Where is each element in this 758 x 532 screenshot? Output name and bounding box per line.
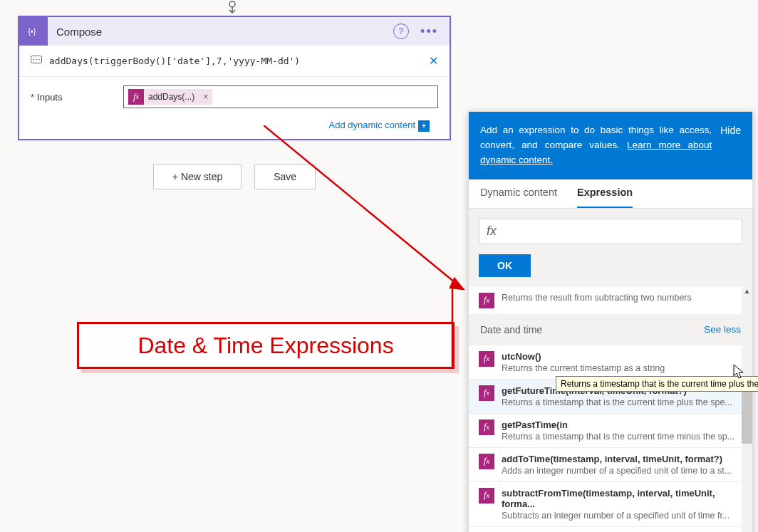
svg-point-4 (36, 59, 37, 61)
svg-text:{•}: {•} (28, 27, 36, 36)
tooltip: Returns a timestamp that is the current … (556, 376, 758, 392)
compose-title: Compose (48, 26, 393, 38)
save-button[interactable]: Save (254, 164, 316, 189)
ok-button[interactable]: OK (479, 254, 531, 277)
close-icon[interactable]: ✕ (429, 54, 438, 68)
fx-icon: fx (128, 89, 144, 105)
scrollbar-thumb[interactable] (742, 387, 752, 444)
help-icon[interactable]: ? (393, 24, 409, 39)
expression-function-list: fx Returns the result from subtracting t… (469, 287, 752, 532)
fn-utcnow[interactable]: fx utcNow()Returns the current timestamp… (469, 345, 752, 380)
svg-point-0 (229, 1, 235, 7)
prev-section-trailing: fx Returns the result from subtracting t… (469, 287, 752, 314)
scrollbar-up-icon[interactable]: ▲ (742, 287, 752, 295)
action-buttons-row: + New step Save (18, 164, 451, 189)
add-dynamic-content-link[interactable]: Add dynamic content+ (19, 117, 450, 139)
expression-pane-banner: Add an expression to do basic things lik… (469, 112, 752, 179)
expression-token[interactable]: fx addDays(...) × (128, 89, 212, 105)
see-less-link[interactable]: See less (704, 324, 741, 335)
inputs-row: *Inputs fx addDays(...) × (19, 77, 450, 117)
compose-action-card: {•} Compose ? ••• addDays(triggerBody()[… (18, 16, 451, 140)
section-title: Date and time (480, 324, 542, 335)
fn-subtractfromtime[interactable]: fx subtractFromTime(timestamp, interval,… (469, 482, 752, 527)
fx-icon: fx (479, 488, 494, 504)
tab-dynamic-content[interactable]: Dynamic content (480, 187, 557, 208)
fx-icon: fx (479, 351, 494, 367)
fx-icon: fx (479, 385, 494, 401)
annotation-callout: Date & Time Expressions (77, 322, 455, 369)
compose-icon: {•} (19, 17, 48, 46)
new-step-button[interactable]: + New step (153, 164, 242, 189)
expression-pane: Add an expression to do basic things lik… (468, 111, 753, 532)
svg-point-3 (33, 59, 34, 61)
hide-link[interactable]: Hide (720, 123, 741, 168)
flow-arrow-down-icon (224, 0, 241, 16)
inputs-label: *Inputs (31, 92, 116, 103)
expression-input[interactable]: fx (479, 219, 742, 244)
section-date-and-time: Date and time See less (469, 314, 752, 345)
svg-marker-7 (450, 278, 463, 289)
compose-header[interactable]: {•} Compose ? ••• (19, 17, 450, 46)
more-menu-icon[interactable]: ••• (415, 24, 444, 39)
expression-editor-area: fx OK (469, 209, 752, 287)
inputs-field[interactable]: fx addDays(...) × (123, 85, 438, 108)
svg-point-5 (38, 59, 40, 61)
expression-preview-text: addDays(triggerBody()['date'],7,'yyyy-MM… (49, 56, 422, 66)
token-label: addDays(...) (144, 92, 199, 102)
pane-tabs: Dynamic content Expression (469, 179, 752, 209)
fn-addtotime[interactable]: fx addToTime(timestamp, interval, timeUn… (469, 448, 752, 482)
add-dynamic-plus-icon: + (418, 120, 430, 132)
token-remove-icon[interactable]: × (199, 92, 212, 102)
required-star: * (31, 92, 34, 103)
svg-line-6 (264, 125, 463, 289)
fx-icon: fx (479, 419, 494, 435)
fx-icon: fx (479, 293, 494, 308)
tab-expression[interactable]: Expression (577, 187, 633, 208)
expression-preview-icon (31, 55, 42, 67)
expression-preview-row: addDays(triggerBody()['date'],7,'yyyy-MM… (19, 46, 450, 77)
fn-addseconds[interactable]: fx addSeconds(timestamp, seconds, format… (469, 527, 752, 532)
scrollbar[interactable]: ▲ (742, 287, 752, 532)
fn-getpasttime[interactable]: fx getPastTime(inReturns a timestamp tha… (469, 414, 752, 448)
fx-icon: fx (479, 454, 494, 469)
